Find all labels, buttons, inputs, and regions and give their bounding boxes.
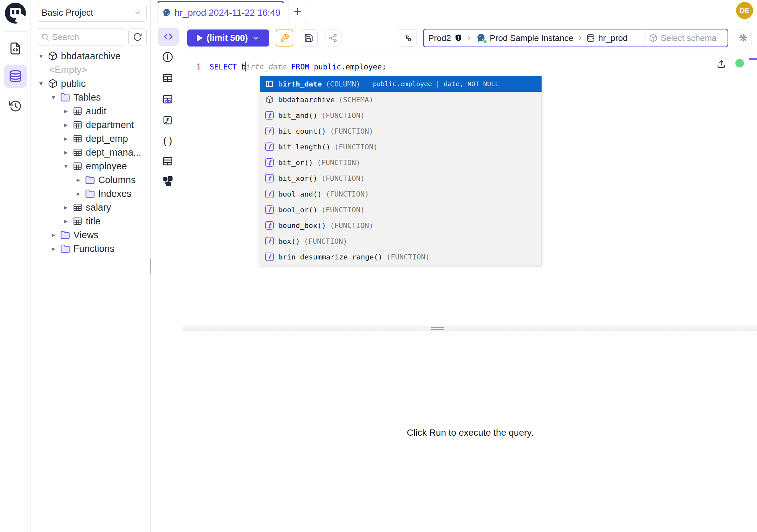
autocomplete-item-bit-count[interactable]: f bit_count() (FUNCTION) [260,123,542,139]
autocomplete-item-bool-or[interactable]: f bool_or() (FUNCTION) [260,202,542,218]
tree-item-salary[interactable]: ▸ salary [31,201,151,214]
shield-icon [454,34,463,42]
procedures-button[interactable]: () [161,134,174,147]
results-resize-handle[interactable] [183,326,757,331]
connection-button[interactable] [399,29,416,47]
tree-item-empty: <Empty> [31,63,151,77]
sidebar-resize-handle[interactable] [150,259,151,273]
caret-right-icon[interactable]: ▸ [64,203,73,211]
caret-right-icon[interactable]: ▸ [64,148,73,156]
caret-down-icon[interactable]: ▾ [39,52,48,60]
caret-right-icon[interactable]: ▸ [76,176,85,184]
tree-item-label: department [86,120,134,130]
autocomplete-item-bool-and[interactable]: f bool_and() (FUNCTION) [260,186,542,202]
info-button[interactable] [161,50,174,64]
tree-item-bbdataarchive[interactable]: ▾ bbdataarchive [31,49,151,63]
rail-item-databases[interactable] [4,65,27,88]
tree-item-label: dept_mana... [86,147,141,158]
refresh-button[interactable] [128,28,147,46]
function-icon: f [264,111,274,120]
tree-item-indexes[interactable]: ▸ Indexes [31,187,151,201]
tab-title: hr_prod 2024-11-22 16:49 [174,8,280,18]
autocomplete-item-bit-length[interactable]: f bit_length() (FUNCTION) [260,139,542,155]
tree-item-public[interactable]: ▾ public [31,77,151,90]
function-icon: f [264,142,274,151]
caret-down-icon[interactable]: ▾ [52,93,60,101]
keyword-from: FROM [287,63,314,71]
rail-item-worksheets[interactable] [4,37,27,60]
bytebase-logo[interactable] [5,3,26,24]
search-box[interactable] [37,28,125,46]
tree-item-employee[interactable]: ▾ employee [31,159,151,173]
tree-item-dept-emp[interactable]: ▸ dept_emp [31,132,151,145]
sheet-code-button[interactable] [158,27,179,46]
history-icon [9,100,22,113]
views-button[interactable] [161,155,174,168]
tree-item-title[interactable]: ▸ title [31,214,151,228]
caret-right-icon[interactable]: ▸ [52,231,60,239]
caret-down-icon[interactable]: ▾ [64,162,73,170]
search-input[interactable] [52,32,111,42]
folder-icon [60,244,70,254]
ai-assistant-button[interactable]: ❋ [735,29,752,47]
avatar[interactable]: DE [736,2,753,19]
tab-hr-prod[interactable]: hr_prod 2024-11-22 16:49 [157,1,284,23]
tree-item-views[interactable]: ▸ Views [31,228,151,242]
tree-item-department[interactable]: ▸ department [31,118,151,132]
schema-cube-icon [264,95,274,104]
save-button[interactable] [300,29,318,47]
schema-diagram-icon [162,175,173,186]
tree-item-label: bbdataarchive [61,51,120,62]
connection-breadcrumb[interactable]: Prod2 Prod Sample Instance [423,29,728,47]
database-name: hr_prod [598,33,628,43]
tree-item-columns[interactable]: ▸ Columns [31,173,151,187]
caret-down-icon[interactable]: ▾ [39,79,48,87]
schema-select[interactable]: Select schema [644,29,728,47]
project-selector-value: Basic Project [42,8,133,18]
share-button[interactable] [324,29,342,47]
autocomplete-item-bit-and[interactable]: f bit_and() (FUNCTION) [260,108,542,123]
caret-right-icon[interactable]: ▸ [52,245,60,253]
autocomplete-item-bit-xor[interactable]: f bit_xor() (FUNCTION) [260,170,542,186]
table-icon [73,203,82,212]
function-icon: f [264,237,274,245]
format-sql-button[interactable] [276,29,293,47]
function-icon: f [264,158,274,167]
schema-cube-icon [48,78,58,88]
rail-item-history[interactable] [4,95,27,118]
chevron-down-icon[interactable] [252,34,260,42]
results-panel: Click Run to execute the query. [183,331,757,532]
schema-diagram-button[interactable] [161,174,174,187]
autocomplete-item-birth-date[interactable]: birth_date (COLUMN) public.employee | da… [260,76,542,92]
autocomplete-item-bound-box[interactable]: f bound_box() (FUNCTION) [260,218,542,233]
tree-item-audit[interactable]: ▸ audit [31,104,151,118]
upload-icon[interactable] [716,59,726,69]
tables-button[interactable] [161,72,174,84]
code-line[interactable]: SELECT birth_date FROM public.employee; [210,61,386,73]
code-icon [164,32,173,42]
tree-item-functions[interactable]: ▸ Functions [31,242,151,256]
autocomplete-item-box[interactable]: f box() (FUNCTION) [260,233,542,249]
autocomplete-item-brin-desummarize-range[interactable]: f brin_desummarize_range() (FUNCTION) [260,249,542,265]
caret-right-icon[interactable]: ▸ [64,107,73,115]
table-icon [73,120,82,130]
chevron-right-icon [466,35,472,41]
caret-right-icon[interactable]: ▸ [64,217,73,225]
caret-right-icon[interactable]: ▸ [64,135,73,142]
tree-item-label: Columns [98,174,136,185]
function-icon: f [264,205,274,214]
tree-item-tables[interactable]: ▾ Tables [31,90,151,104]
masked-tables-button[interactable] [161,93,174,106]
tree-item-dept-manager[interactable]: ▸ dept_mana... [31,145,151,159]
folder-icon [85,175,95,185]
functions-button[interactable] [161,114,174,127]
breadcrumb[interactable]: Prod2 Prod Sample Instance [424,33,644,43]
caret-right-icon[interactable]: ▸ [76,190,85,198]
run-button[interactable]: (limit 500) [187,29,269,47]
autocomplete-item-bbdataarchive[interactable]: bbdataarchive (SCHEMA) [260,92,542,108]
caret-right-icon[interactable]: ▸ [64,121,73,129]
tree-item-label: dept_emp [86,133,128,144]
autocomplete-item-bit-or[interactable]: f bit_or() (FUNCTION) [260,155,542,170]
add-tab-button[interactable]: + [288,1,307,22]
project-selector[interactable]: Basic Project [37,4,147,22]
